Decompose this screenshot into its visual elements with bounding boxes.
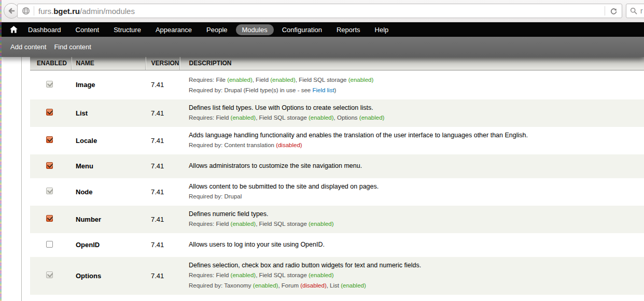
- description-text: , Options: [334, 114, 359, 121]
- description-text: Allows administrators to customize the s…: [189, 162, 362, 169]
- description-text: , List: [327, 282, 341, 289]
- module-version: 7.41: [145, 70, 179, 99]
- module-name: List: [71, 99, 145, 127]
- module-description-cell: Defines numeric field types.Requires: Fi…: [179, 206, 644, 233]
- description-text: Requires: Field: [189, 272, 231, 278]
- module-row-number: Number7.41Defines numeric field types.Re…: [30, 206, 644, 233]
- description-text: Required by: Taxonomy: [189, 282, 253, 289]
- search-icon: [630, 7, 637, 15]
- module-enabled-cell: [30, 154, 71, 178]
- content-left-border: [21, 57, 22, 301]
- status-enabled: (enabled): [359, 114, 385, 121]
- description-text: Requires: Field: [189, 114, 231, 121]
- module-description-line: Allows administrators to customize the s…: [189, 162, 639, 170]
- module-row-node: Node7.41Allows content to be submitted t…: [30, 178, 644, 206]
- module-version: 7.41: [145, 154, 179, 178]
- module-description-cell: Defines list field types. Use with Optio…: [179, 99, 644, 127]
- module-version: 7.41: [145, 99, 179, 127]
- modules-table-body: Image7.41Requires: File (enabled), Field…: [30, 70, 644, 301]
- column-header-enabled: ENABLED: [30, 57, 71, 70]
- admin-toolbar: DashboardContentStructureAppearancePeopl…: [0, 22, 644, 37]
- url-path: /admin/modules: [80, 7, 135, 16]
- shortcut-items: Add contentFind content: [0, 43, 91, 51]
- url-bar[interactable]: furs.bget.ru/admin/modules: [17, 4, 622, 18]
- module-row-locale: Locale7.41Adds language handling functio…: [30, 127, 644, 154]
- status-enabled: (enabled): [231, 272, 256, 278]
- module-enabled-checkbox[interactable]: [46, 109, 53, 116]
- module-description-line: Required by: Drupal: [189, 191, 639, 202]
- module-name: OpenID: [71, 233, 145, 257]
- description-text: Required by: Drupal (Field type(s) in us…: [189, 87, 312, 93]
- module-name: Node: [71, 178, 145, 206]
- module-version: 7.41: [145, 233, 179, 257]
- column-header-name: NAME: [71, 57, 145, 70]
- module-enabled-checkbox[interactable]: [46, 215, 53, 222]
- module-enabled-checkbox[interactable]: [46, 162, 53, 169]
- description-text: , Field SQL storage: [256, 221, 309, 227]
- toolbar-item-content[interactable]: Content: [69, 24, 106, 35]
- shortcut-add-content[interactable]: Add content: [10, 43, 46, 51]
- module-description-cell: Defines selection, check box and radio b…: [179, 257, 644, 295]
- description-text: , Field SQL storage: [296, 77, 348, 83]
- modules-table-header: ENABLEDNAMEVERSIONDESCRIPTION: [30, 57, 644, 70]
- column-header-description: DESCRIPTION: [179, 57, 644, 70]
- module-enabled-cell: [30, 99, 71, 127]
- table-header-row: ENABLEDNAMEVERSIONDESCRIPTION: [30, 57, 644, 70]
- description-text: Requires: Field: [189, 221, 231, 227]
- module-name: Locale: [71, 127, 145, 154]
- module-description-line: Defines selection, check box and radio b…: [189, 261, 639, 270]
- description-text: Defines list field types. Use with Optio…: [189, 104, 373, 111]
- description-text: , Forum: [278, 282, 300, 289]
- search-input[interactable]: r: [626, 4, 644, 18]
- search-text-fragment: r: [640, 7, 643, 15]
- reload-icon[interactable]: [610, 7, 618, 15]
- status-enabled: (enabled): [348, 77, 374, 83]
- module-description-line: Requires: Field (enabled), Field SQL sto…: [189, 219, 639, 229]
- status-enabled: (enabled): [231, 221, 256, 227]
- toolbar-item-people[interactable]: People: [200, 24, 233, 35]
- admin-toolbar-items: DashboardContentStructureAppearancePeopl…: [21, 24, 396, 35]
- toolbar-item-appearance[interactable]: Appearance: [149, 24, 198, 35]
- module-description-cell: Allows content to be submitted to the si…: [179, 178, 644, 206]
- toolbar-item-modules[interactable]: Modules: [236, 24, 274, 35]
- module-description-line: Requires: Field (enabled), Field SQL sto…: [189, 270, 639, 280]
- modules-table: ENABLEDNAMEVERSIONDESCRIPTION Image7.41R…: [30, 57, 644, 301]
- status-disabled: (disabled): [276, 142, 302, 148]
- status-enabled: (enabled): [270, 77, 296, 83]
- module-row-options: Options7.41Defines selection, check box …: [30, 257, 644, 295]
- description-text: Required by: Content translation: [189, 142, 276, 148]
- status-enabled: (enabled): [309, 272, 334, 278]
- module-enabled-cell: [30, 295, 71, 301]
- description-text: , Field SQL storage: [256, 272, 309, 278]
- shortcut-find-content[interactable]: Find content: [54, 43, 91, 51]
- toolbar-item-structure[interactable]: Structure: [107, 24, 147, 35]
- column-header-version: VERSION: [145, 57, 179, 70]
- toolbar-item-dashboard[interactable]: Dashboard: [22, 24, 67, 35]
- status-enabled: (enabled): [309, 114, 334, 121]
- module-enabled-cell: [30, 178, 71, 206]
- toolbar-item-help[interactable]: Help: [369, 24, 395, 35]
- module-row-openid: OpenID7.41Allows users to log into your …: [30, 233, 644, 257]
- module-enabled-checkbox[interactable]: [46, 241, 53, 248]
- description-text: Allows content to be submitted to the si…: [189, 183, 379, 190]
- module-description-cell: Displays the Drupal administration inter…: [179, 295, 644, 301]
- module-version: 7.41: [145, 206, 179, 233]
- status-enabled: (enabled): [227, 77, 253, 83]
- toolbar-item-configuration[interactable]: Configuration: [276, 24, 328, 35]
- url-separator: [34, 6, 34, 16]
- home-button[interactable]: [10, 26, 18, 33]
- module-name: Image: [71, 70, 145, 99]
- module-enabled-checkbox[interactable]: [46, 136, 53, 143]
- module-enabled-cell: [30, 206, 71, 233]
- address-url[interactable]: furs.bget.ru/admin/modules: [38, 7, 135, 16]
- module-description-line: Required by: Taxonomy (enabled), Forum (…: [189, 280, 639, 291]
- description-text: Defines numeric field types.: [189, 210, 269, 218]
- toolbar-item-reports[interactable]: Reports: [330, 24, 367, 35]
- module-row-list: List7.41Defines list field types. Use wi…: [30, 99, 644, 127]
- module-row-image: Image7.41Requires: File (enabled), Field…: [30, 70, 644, 99]
- module-description-cell: Allows users to log into your site using…: [179, 233, 644, 257]
- description-text: Adds language handling functionality and…: [189, 132, 528, 139]
- field-list-link[interactable]: Field list: [312, 87, 334, 93]
- module-enabled-checkbox: [46, 271, 53, 278]
- module-description-line: Defines list field types. Use with Optio…: [189, 104, 639, 112]
